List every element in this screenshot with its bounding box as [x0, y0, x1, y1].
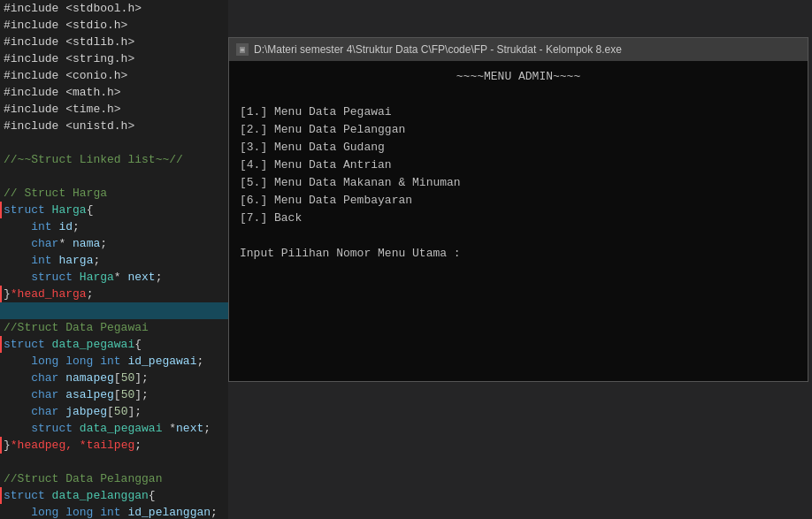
code-line: }*headpeg, *tailpeg; [0, 437, 228, 454]
menu-title: ~~~~MENU ADMIN~~~~ [240, 68, 797, 86]
terminal-body: ~~~~MENU ADMIN~~~~ [1.] Menu Data Pegawa… [229, 61, 808, 381]
menu-item: [3.] Menu Data Gudang [240, 139, 797, 156]
code-line: struct data_pegawai{ [0, 336, 228, 353]
code-line: //~~Struct Linked list~~// [0, 151, 228, 168]
code-line: struct Harga{ [0, 202, 228, 218]
code-line: #include <stdlib.h> [0, 34, 228, 50]
code-line: #include <stdbool.h> [0, 0, 228, 17]
code-line: long long int id_pelanggan; [0, 504, 228, 519]
menu-item: [4.] Menu Data Antrian [240, 156, 797, 174]
code-line: struct Harga* next; [0, 269, 228, 286]
code-line: struct data_pegawai *next; [0, 420, 228, 437]
code-line [0, 302, 228, 319]
code-line: //Struct Data Pegawai [0, 319, 228, 336]
code-line [0, 454, 228, 470]
code-line: #include <unistd.h> [0, 118, 228, 134]
menu-item: [1.] Menu Data Pegawai [240, 103, 797, 121]
code-line: #include <stdio.h> [0, 17, 228, 34]
code-line: #include <math.h> [0, 84, 228, 101]
code-line [0, 168, 228, 185]
code-line: long long int id_pegawai; [0, 353, 228, 370]
menu-spacer [240, 86, 797, 103]
terminal-titlebar: ▣ D:\Materi semester 4\Struktur Data C\F… [229, 38, 808, 61]
prompt-line: Input Pilihan Nomor Menu Utama : [240, 245, 797, 263]
terminal-icon: ▣ [236, 43, 249, 56]
code-line: char jabpeg[50]; [0, 403, 228, 420]
code-line: struct data_pelanggan{ [0, 487, 228, 504]
code-line: int harga; [0, 252, 228, 269]
code-line: #include <time.h> [0, 101, 228, 118]
code-line: #include <string.h> [0, 50, 228, 67]
menu-spacer2 [240, 227, 797, 245]
terminal-title: D:\Materi semester 4\Struktur Data C\FP\… [254, 43, 622, 56]
code-line: char namapeg[50]; [0, 370, 228, 386]
code-line: }*head_harga; [0, 286, 228, 302]
menu-item: [7.] Back [240, 210, 797, 227]
code-line: // Struct Harga [0, 185, 228, 202]
code-line: int id; [0, 218, 228, 235]
code-line: //Struct Data Pelanggan [0, 470, 228, 487]
terminal-window[interactable]: ▣ D:\Materi semester 4\Struktur Data C\F… [228, 37, 808, 382]
code-line: char* nama; [0, 235, 228, 252]
code-line [0, 134, 228, 151]
code-line: char asalpeg[50]; [0, 386, 228, 403]
code-editor: #include <stdbool.h>#include <stdio.h>#i… [0, 0, 228, 519]
menu-item: [2.] Menu Data Pelanggan [240, 121, 797, 139]
menu-item: [5.] Menu Data Makanan & Minuman [240, 174, 797, 192]
menu-item: [6.] Menu Data Pembayaran [240, 192, 797, 210]
code-line: #include <conio.h> [0, 67, 228, 84]
